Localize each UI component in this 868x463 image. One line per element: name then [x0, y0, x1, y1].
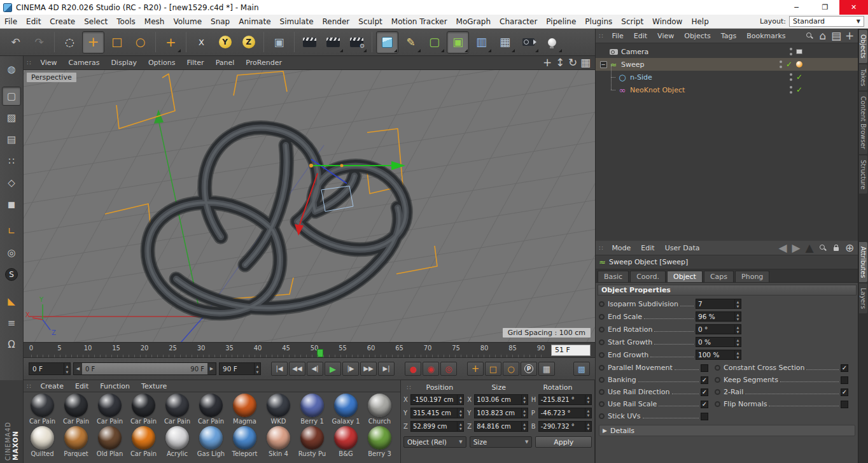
- frame-tick-75[interactable]: 75: [452, 345, 460, 352]
- material-item-quilted[interactable]: Quilted: [25, 425, 59, 457]
- pin-icon[interactable]: ▲: [804, 243, 815, 253]
- key-circle-icon[interactable]: [599, 377, 605, 383]
- checkbox-parallel-movement[interactable]: [701, 364, 708, 372]
- value-spinner[interactable]: ▲▼: [734, 338, 741, 346]
- render-settings-icon[interactable]: [346, 31, 368, 53]
- timeline-settings-icon[interactable]: ▩: [573, 362, 590, 376]
- frame-tick-15[interactable]: 15: [112, 345, 120, 352]
- key-circle-icon[interactable]: [715, 365, 720, 371]
- spinner-down-icon[interactable]: ▼: [735, 317, 741, 321]
- range-right-arrow-icon[interactable]: ▶: [207, 363, 216, 374]
- point-level-animation-toggle[interactable]: ▦: [538, 362, 555, 376]
- coordinate-system-icon[interactable]: ▣: [268, 31, 290, 53]
- spinner-down-icon[interactable]: ▼: [522, 427, 528, 432]
- spinner-up-icon[interactable]: ▲: [458, 408, 463, 413]
- paint-colors-icon[interactable]: ◣: [2, 292, 21, 311]
- tab-coord[interactable]: Coord.: [630, 271, 666, 282]
- value-spinner[interactable]: ▲▼: [585, 408, 591, 418]
- material-item-skin-4[interactable]: Skin 4: [262, 425, 295, 457]
- scale-tool-icon[interactable]: □: [106, 31, 128, 53]
- frame-tick-10[interactable]: 10: [84, 345, 92, 352]
- scale-key-toggle[interactable]: □: [485, 362, 501, 376]
- material-tag-icon[interactable]: [796, 61, 802, 68]
- toggle-views-icon[interactable]: ▦: [580, 58, 591, 68]
- start-frame-field[interactable]: 0 F ▲▼: [29, 362, 71, 375]
- undo-icon[interactable]: ↶: [4, 31, 27, 53]
- tab-object[interactable]: Object: [667, 271, 703, 282]
- layers-icon[interactable]: ≡: [2, 313, 21, 332]
- viewport-solo-icon[interactable]: ◎: [2, 243, 21, 262]
- coord-size-x-field[interactable]: 103.06 cm▲▼: [474, 394, 528, 405]
- x-axis-lock-icon[interactable]: X: [190, 31, 213, 53]
- magnet-snap-icon[interactable]: Ω: [2, 335, 21, 354]
- panel-tab-content-browser[interactable]: Content Browser: [859, 92, 867, 153]
- key-circle-icon[interactable]: [715, 389, 720, 395]
- spinner-up-icon[interactable]: ▲: [735, 299, 741, 304]
- object-row-camera[interactable]: Camera: [596, 45, 858, 58]
- goto-start-button[interactable]: |◀: [271, 362, 288, 376]
- position-key-toggle[interactable]: +: [467, 362, 484, 376]
- viewport-3d-canvas[interactable]: Y X Z: [24, 70, 595, 343]
- make-editable-icon[interactable]: ◍: [2, 60, 21, 79]
- material-item-magma[interactable]: Magma: [228, 392, 262, 425]
- section-header[interactable]: Object Properties: [598, 285, 857, 296]
- enabled-check-icon[interactable]: ✓: [786, 60, 792, 69]
- material-item-berry-1[interactable]: Berry 1: [295, 392, 329, 425]
- frame-tick-55[interactable]: 55: [339, 345, 347, 352]
- drag-handle-icon[interactable]: ∷: [596, 245, 606, 252]
- material-menu-create[interactable]: Create: [34, 382, 69, 390]
- points-mode-icon[interactable]: ∷: [2, 152, 21, 171]
- subdivision-surface-icon[interactable]: ▢: [423, 31, 445, 53]
- frame-tick-85[interactable]: 85: [508, 345, 517, 352]
- record-keyframe-button[interactable]: ●: [405, 362, 421, 376]
- spinner-down-icon[interactable]: ▼: [522, 413, 528, 418]
- maximize-button[interactable]: ❐: [811, 0, 839, 15]
- sweep-knot-object[interactable]: [148, 128, 405, 313]
- menu-snap[interactable]: Snap: [206, 15, 234, 28]
- coord-rotation-p-field[interactable]: -46.723 °▲▼: [538, 408, 592, 418]
- frame-ruler[interactable]: 051015202530354045505560657075808590: [24, 343, 551, 357]
- material-item-church[interactable]: Church: [363, 392, 396, 425]
- material-item-teleport[interactable]: Teleport: [228, 425, 262, 457]
- enable-axis-icon[interactable]: ∟: [2, 222, 21, 241]
- spinner-down-icon[interactable]: ▼: [735, 304, 741, 308]
- key-circle-icon[interactable]: [715, 401, 720, 407]
- menu-plugins[interactable]: Plugins: [580, 15, 617, 28]
- workplane-mode-icon[interactable]: ▤: [2, 130, 21, 149]
- frame-tick-90[interactable]: 90: [537, 345, 545, 352]
- add-icon[interactable]: ⊕: [844, 243, 855, 253]
- panel-tab-takes[interactable]: Takes: [859, 64, 867, 90]
- menu-animate[interactable]: Animate: [234, 15, 275, 28]
- object-row-n-side[interactable]: ○n-Side✓: [596, 71, 858, 83]
- camera-tag-icon[interactable]: [796, 49, 802, 54]
- checkbox-flip-normals[interactable]: [841, 401, 848, 408]
- preview-range-slider[interactable]: ◀ 0 F 90 F ▶: [73, 362, 216, 375]
- floor-environment-icon[interactable]: ▦: [494, 31, 516, 53]
- spline-pen-icon[interactable]: ✎: [400, 31, 422, 53]
- spinner-down-icon[interactable]: ▼: [585, 400, 591, 405]
- rotation-key-toggle[interactable]: ○: [503, 362, 519, 376]
- object-menu-bookmarks[interactable]: Bookmarks: [741, 32, 790, 40]
- coord-rotation-b-field[interactable]: -290.732 °▲▼: [538, 421, 592, 432]
- expand-toggle-icon[interactable]: −: [600, 61, 607, 68]
- tab-phong[interactable]: Phong: [735, 271, 769, 282]
- menu-edit[interactable]: Edit: [22, 15, 45, 28]
- spinner-up-icon[interactable]: ▲: [735, 325, 741, 329]
- material-item-car-pain[interactable]: Car Pain: [127, 392, 160, 425]
- checkbox-keep-segments[interactable]: [841, 376, 848, 384]
- visibility-dots-icon[interactable]: [779, 61, 782, 68]
- parameter-key-toggle[interactable]: P: [521, 362, 537, 376]
- autokeying-button[interactable]: ◉: [423, 362, 439, 376]
- viewport-menu-display[interactable]: Display: [105, 56, 143, 69]
- viewport-menu-options[interactable]: Options: [143, 56, 181, 69]
- next-key-button[interactable]: ▶▶: [360, 362, 377, 376]
- object-menu-view[interactable]: View: [652, 32, 679, 40]
- menu-pipeline[interactable]: Pipeline: [542, 15, 580, 28]
- menu-volume[interactable]: Volume: [169, 15, 206, 28]
- spinner-up-icon[interactable]: ▲: [735, 338, 741, 342]
- coord-size-y-field[interactable]: 103.823 cm▲▼: [474, 408, 528, 418]
- menu-select[interactable]: Select: [80, 15, 112, 28]
- gizmo-center-handle[interactable]: [309, 164, 313, 167]
- material-menu-texture[interactable]: Texture: [136, 382, 172, 390]
- material-menu-edit[interactable]: Edit: [69, 382, 94, 390]
